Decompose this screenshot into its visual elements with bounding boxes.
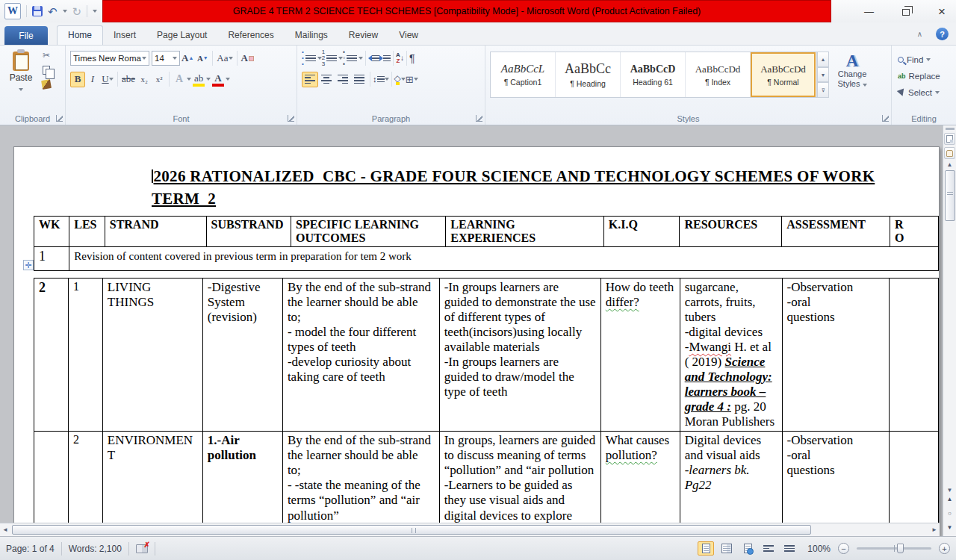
align-left-button[interactable] (302, 72, 318, 87)
styles-dialog-launcher-icon[interactable] (882, 115, 889, 122)
strikethrough-button[interactable]: abe (120, 72, 137, 87)
cell-partial[interactable] (890, 278, 939, 431)
scroll-right-icon[interactable]: ► (929, 526, 940, 533)
paragraph-dialog-launcher-icon[interactable] (476, 115, 482, 122)
zoom-in-icon[interactable]: + (939, 543, 950, 554)
help-icon[interactable]: ? (936, 28, 949, 40)
cell-resources[interactable]: sugarcane, carrots, fruits, tubers -digi… (680, 278, 782, 431)
align-right-button[interactable] (335, 73, 351, 86)
tab-references[interactable]: References (217, 26, 284, 45)
shrink-font-button[interactable]: A▼ (195, 51, 210, 66)
change-styles-button[interactable]: A ChangeStyles (829, 52, 875, 89)
zoom-slider[interactable] (857, 547, 931, 550)
style-index[interactable]: AaBbCcDd ¶ Index (686, 52, 751, 97)
proofing-error-icon[interactable] (136, 544, 148, 553)
col-header-experiences[interactable]: LEARNING EXPERIENCES (446, 217, 603, 247)
style-normal[interactable]: AaBbCcDd ¶ Normal (751, 52, 816, 97)
tab-review[interactable]: Review (338, 26, 388, 45)
paste-button[interactable]: Paste (4, 52, 37, 93)
cell-week[interactable] (34, 432, 69, 535)
col-header-resources[interactable]: RESOURCES (680, 217, 782, 247)
text-effects-button[interactable]: A (172, 72, 187, 87)
borders-button[interactable]: ⊞ (406, 74, 418, 85)
print-layout-view-button[interactable] (698, 541, 714, 556)
col-header-les[interactable]: LES (69, 217, 105, 247)
pan-hand-icon[interactable] (944, 147, 955, 159)
collapse-ribbon-icon[interactable]: ∧ (917, 30, 922, 38)
chevron-down-icon[interactable] (226, 78, 230, 81)
horizontal-scroll-thumb[interactable] (12, 525, 811, 535)
horizontal-scrollbar[interactable]: ◄ ► (0, 523, 940, 536)
subscript-button[interactable]: x₂ (137, 72, 152, 87)
cut-icon[interactable]: ✂ (43, 50, 50, 60)
font-dialog-launcher-icon[interactable] (288, 115, 294, 122)
select-button[interactable]: Select (898, 84, 956, 101)
increase-indent-button[interactable] (379, 53, 391, 63)
change-case-button[interactable]: Aa (215, 51, 234, 66)
outline-view-button[interactable] (760, 541, 777, 556)
draft-view-button[interactable] (781, 541, 798, 556)
numbering-button[interactable]: 123 (322, 49, 343, 67)
undo-icon[interactable]: ↶ (48, 6, 58, 17)
cell-substrand[interactable]: 1.-Air pollution (202, 432, 282, 535)
page-indicator[interactable]: Page: 1 of 4 (6, 544, 55, 554)
cell-kiq[interactable]: What causes pollution? (600, 432, 680, 535)
scroll-left-icon[interactable]: ◄ (0, 526, 10, 533)
select-browse-object-icon[interactable]: ○ (944, 508, 955, 519)
table-move-handle-icon[interactable]: ✛ (23, 260, 34, 270)
word-count[interactable]: Words: 2,100 (69, 544, 122, 554)
next-page-icon[interactable]: ▼ (944, 522, 955, 533)
cell-assessment[interactable]: -Observation -oral questions (782, 278, 890, 431)
styles-gallery-expand-icon[interactable]: ⊽ (817, 82, 829, 98)
bold-button[interactable]: B (70, 72, 85, 87)
multilevel-list-button[interactable]: ▪▫▪ (343, 49, 363, 67)
full-screen-reading-view-button[interactable] (718, 541, 735, 556)
tab-view[interactable]: View (388, 26, 429, 45)
scroll-up-icon[interactable]: ▲ (947, 161, 953, 168)
zoom-level[interactable]: 100% (805, 544, 831, 554)
col-header-assessment[interactable]: ASSESSMENT (782, 217, 890, 247)
format-painter-icon[interactable] (41, 79, 52, 90)
restore-button[interactable] (902, 9, 910, 16)
cell-outcomes[interactable]: By the end of the sub-strand the learner… (282, 432, 439, 535)
styles-scroll-down-icon[interactable]: ▼ (817, 67, 829, 83)
tab-file[interactable]: File (4, 26, 48, 45)
font-family-combo[interactable]: Times New Roma (70, 51, 149, 66)
undo-caret-icon[interactable] (63, 10, 67, 13)
tab-page-layout[interactable]: Page Layout (146, 26, 217, 45)
zoom-slider-thumb[interactable] (897, 544, 904, 553)
close-button[interactable]: × (938, 5, 946, 18)
highlight-button[interactable]: ab (191, 72, 206, 87)
tab-mailings[interactable]: Mailings (285, 26, 338, 45)
tab-home[interactable]: Home (57, 25, 103, 45)
show-hide-pilcrow-button[interactable]: ¶ (409, 52, 415, 64)
clipboard-dialog-launcher-icon[interactable] (56, 115, 63, 122)
cell-lesson[interactable]: 1 (68, 278, 102, 431)
previous-page-icon[interactable]: ▲ (944, 494, 955, 505)
cell-kiq[interactable]: How do teeth differ? (600, 278, 680, 431)
style-caption1[interactable]: AaBbCcL ¶ Caption1 (491, 52, 556, 97)
grow-font-button[interactable]: A▲ (180, 51, 195, 66)
cell-strand[interactable]: ENVIRONMENT (102, 432, 202, 535)
web-layout-view-button[interactable] (739, 541, 756, 556)
cell-strand[interactable]: LIVING THINGS (102, 278, 202, 431)
clear-formatting-button[interactable]: A (240, 51, 255, 66)
redo-icon[interactable]: ↻ (72, 6, 82, 17)
customize-qat-icon[interactable] (93, 10, 97, 13)
cell-assessment[interactable]: -Observation -oral questions (782, 432, 890, 535)
shading-button[interactable]: ◇ (394, 73, 401, 86)
sort-button[interactable]: AZ↓ (396, 52, 404, 64)
col-header-partial[interactable]: R O (890, 217, 938, 247)
align-center-button[interactable] (318, 73, 335, 86)
cell-experiences[interactable]: -In groups learners are guided to demons… (439, 278, 600, 431)
cell-resources[interactable]: Digital devices and visual aids -learner… (680, 432, 782, 535)
italic-button[interactable]: I (85, 72, 100, 87)
cell-revision-text[interactable]: Revision of content covered in previous … (69, 246, 939, 270)
font-size-combo[interactable]: 14 (152, 51, 180, 66)
col-header-kiq[interactable]: K.I.Q (603, 217, 680, 247)
document-heading[interactable]: 2026 RATIONALIZED CBC - GRADE FOUR SCIEN… (152, 165, 939, 210)
word-logo-icon[interactable]: W (4, 3, 21, 19)
scroll-down-icon[interactable]: ▼ (947, 487, 953, 494)
col-header-outcomes[interactable]: SPECIFIC LEARNING OUTCOMES (291, 217, 446, 247)
col-header-wk[interactable]: WK (34, 217, 69, 247)
